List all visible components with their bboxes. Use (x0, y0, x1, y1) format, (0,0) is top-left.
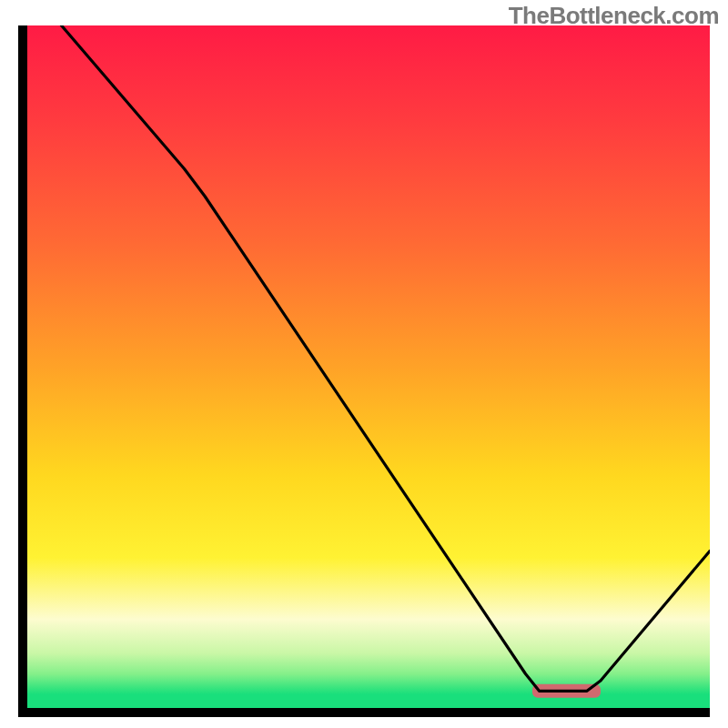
chart-svg (27, 25, 710, 708)
y-axis (18, 25, 27, 717)
chart-frame (18, 25, 710, 717)
x-axis (18, 708, 710, 717)
chart-stage: TheBottleneck.com (0, 0, 728, 728)
chart-curve (62, 25, 711, 691)
plot-area (27, 25, 710, 708)
